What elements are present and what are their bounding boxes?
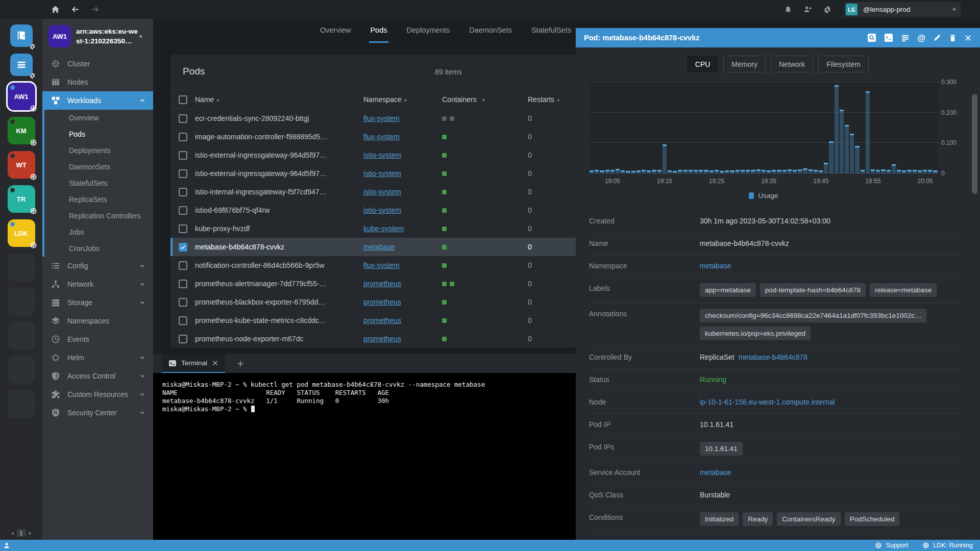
sidebar-item-config[interactable]: Config — [42, 257, 153, 275]
delete-icon[interactable] — [949, 34, 957, 42]
pager-page-number[interactable]: 1 — [17, 529, 26, 537]
tab-daemonsets[interactable]: DaemonSets — [468, 19, 513, 43]
namespace-link[interactable]: istio-system — [363, 206, 401, 214]
search-icon[interactable] — [867, 33, 876, 42]
row-checkbox[interactable] — [179, 114, 187, 123]
row-checkbox[interactable] — [179, 169, 187, 178]
sidebar-item-helm[interactable]: Helm — [42, 348, 153, 367]
namespace-link[interactable]: istio-system — [363, 151, 401, 159]
tab-deployments[interactable]: Deployments — [406, 19, 451, 43]
namespace-link[interactable]: kube-system — [363, 224, 404, 233]
metrics-tab-filesystem[interactable]: Filesystem — [818, 56, 869, 72]
namespace-link[interactable]: metabase — [700, 261, 731, 271]
drawer-scrollbar-thumb[interactable] — [972, 94, 977, 194]
settings-icon[interactable] — [823, 6, 831, 14]
select-all-checkbox[interactable] — [179, 95, 187, 104]
table-row[interactable]: prometheus-node-exporter-m67dcprometheus… — [170, 330, 576, 347]
table-row[interactable]: istio-internal-ingressgateway-f5f7cd947…… — [170, 183, 576, 201]
metrics-tab-memory[interactable]: Memory — [723, 56, 766, 72]
shell-icon[interactable] — [884, 33, 893, 42]
terminal-tab[interactable]: Terminal — [162, 354, 225, 373]
row-checkbox[interactable] — [179, 133, 187, 141]
sidebar-item-cluster[interactable]: Cluster — [42, 55, 153, 73]
new-terminal-icon[interactable] — [236, 354, 244, 373]
table-row[interactable]: kube-proxy-hvzdfkube-system0 — [170, 219, 576, 238]
row-checkbox[interactable] — [179, 224, 187, 233]
row-checkbox[interactable] — [179, 261, 187, 270]
sidebar-item-jobs[interactable]: Jobs — [44, 224, 153, 240]
namespace-link[interactable]: prometheus — [363, 298, 401, 306]
sidebar-item-replicasets[interactable]: ReplicaSets — [44, 191, 153, 208]
back-icon[interactable] — [71, 5, 80, 14]
service-account-link[interactable]: metabase — [700, 467, 731, 478]
namespace-link[interactable]: flux-system — [363, 114, 400, 122]
row-checkbox[interactable] — [179, 316, 187, 325]
attach-icon[interactable]: @ — [917, 34, 925, 42]
close-icon[interactable] — [212, 360, 218, 366]
row-checkbox[interactable] — [179, 280, 187, 288]
sidebar-item-namespaces[interactable]: Namespaces — [42, 312, 153, 330]
forward-icon[interactable] — [91, 5, 100, 14]
home-icon[interactable] — [51, 5, 60, 14]
namespace-link[interactable]: prometheus — [363, 316, 401, 324]
rail-cluster-aw1[interactable]: AW1 — [8, 83, 35, 110]
column-header-name[interactable]: Name▾ — [195, 95, 363, 104]
sidebar-item-access-control[interactable]: Access Control — [42, 367, 153, 385]
row-checkbox[interactable] — [179, 243, 187, 252]
edit-icon[interactable] — [933, 34, 941, 42]
tab-overview[interactable]: Overview — [319, 19, 352, 43]
sidebar-item-storage[interactable]: Storage — [42, 293, 153, 312]
sidebar-item-overview[interactable]: Overview — [44, 110, 153, 126]
sidebar-item-custom-resources[interactable]: Custom Resources — [42, 385, 153, 404]
namespace-link[interactable]: prometheus — [363, 335, 401, 343]
tab-pods[interactable]: Pods — [369, 19, 388, 43]
column-header-restarts[interactable]: Restarts▾ — [528, 95, 576, 104]
namespace-link[interactable]: istio-system — [363, 169, 401, 178]
logs-icon[interactable] — [901, 34, 910, 42]
row-checkbox[interactable] — [179, 206, 187, 215]
sidebar-item-network[interactable]: Network — [42, 275, 153, 293]
rail-hotbar-button[interactable] — [10, 54, 33, 76]
cluster-picker[interactable]: AW1 arn:aws:eks:eu-west-1:210226350… ▾ — [42, 19, 153, 55]
pager-next-icon[interactable]: ▸ — [29, 530, 32, 536]
sidebar-item-security-center[interactable]: Security Center — [42, 404, 153, 422]
sidebar-item-daemonsets[interactable]: DaemonSets — [44, 159, 153, 175]
row-checkbox[interactable] — [179, 298, 187, 307]
support-button[interactable]: Support — [875, 542, 908, 549]
row-checkbox[interactable] — [179, 151, 187, 160]
sidebar-item-pods[interactable]: Pods — [44, 126, 153, 142]
table-row[interactable]: image-automation-controller-f988895d5…fl… — [170, 128, 576, 146]
namespace-link[interactable]: flux-system — [363, 133, 400, 141]
row-checkbox[interactable] — [179, 188, 187, 196]
sidebar-item-events[interactable]: Events — [42, 330, 153, 348]
table-row[interactable]: metabase-b4b64c878-cvvkzmetabase0 — [170, 238, 576, 256]
table-row[interactable]: istiod-69f876bf75-qf4rwistio-system0 — [170, 201, 576, 219]
table-row[interactable]: notification-controller-86d4cb566b-9pr5w… — [170, 256, 576, 274]
column-header-namespace[interactable]: Namespace▾ — [363, 95, 442, 104]
table-row[interactable]: istio-external-ingressgateway-964d5f97…i… — [170, 146, 576, 164]
sidebar-item-nodes[interactable]: Nodes — [42, 73, 153, 91]
namespace-link[interactable]: istio-system — [363, 188, 401, 196]
row-checkbox[interactable] — [179, 335, 187, 343]
rail-cluster-km[interactable]: KM — [8, 117, 35, 144]
sidebar-item-statefulsets[interactable]: StatefulSets — [44, 175, 153, 191]
sidebar-item-workloads[interactable]: Workloads — [42, 91, 153, 110]
tab-statefulsets[interactable]: StatefulSets — [530, 19, 572, 43]
rail-catalog-button[interactable] — [10, 24, 33, 47]
sidebar-item-cronjobs[interactable]: CronJobs — [44, 240, 153, 257]
node-link[interactable]: ip-10-1-61-158.eu-west-1.compute.interna… — [700, 397, 835, 408]
metrics-tab-network[interactable]: Network — [771, 56, 813, 72]
close-icon[interactable] — [964, 34, 972, 42]
rail-cluster-tr[interactable]: TR — [8, 185, 35, 213]
rail-cluster-ldk[interactable]: LDK — [8, 219, 35, 247]
controlled-by-link[interactable]: metabase-b4b64c878 — [739, 352, 807, 363]
namespace-link[interactable]: flux-system — [363, 261, 400, 269]
invite-user-icon[interactable] — [803, 5, 812, 14]
table-row[interactable]: ecr-credentials-sync-28092240-bttgjflux-… — [170, 109, 576, 128]
table-row[interactable]: prometheus-kube-state-metrics-c8cddc…pro… — [170, 311, 576, 330]
table-row[interactable]: prometheus-blackbox-exporter-6795dd…prom… — [170, 293, 576, 311]
notifications-icon[interactable] — [784, 6, 792, 14]
user-icon[interactable] — [3, 542, 10, 549]
sidebar-item-replication-controllers[interactable]: Replication Controllers — [44, 208, 153, 224]
table-row[interactable]: istio-external-ingressgateway-964d5f97…i… — [170, 164, 576, 183]
